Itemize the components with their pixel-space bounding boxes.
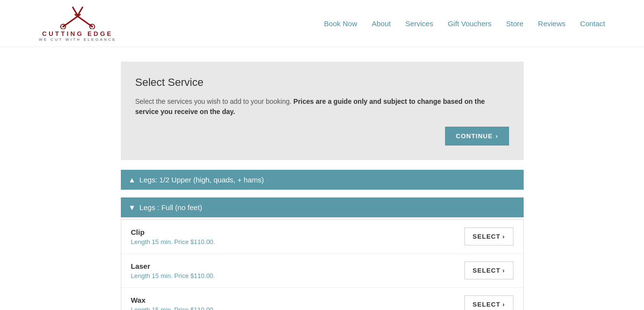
main-nav: Book Now About Services Gift Vouchers St…: [324, 19, 605, 28]
section-legs-full-header[interactable]: ▼ Legs : Full (no feet): [121, 197, 524, 217]
select-button-clip[interactable]: SELECT ›: [464, 228, 513, 245]
service-item-wax: Wax Length 15 min. Price $110.00. SELECT…: [121, 288, 523, 310]
service-detail-laser: Length 15 min. Price $110.00.: [131, 272, 215, 279]
nav-about[interactable]: About: [372, 19, 391, 28]
service-name-laser: Laser: [131, 262, 215, 270]
continue-btn-row: CONTINUE ›: [135, 127, 509, 146]
select-label-clip: SELECT: [473, 233, 500, 240]
nav-reviews[interactable]: Reviews: [538, 19, 566, 28]
service-info-clip: Clip Length 15 min. Price $110.00.: [131, 228, 215, 245]
service-name-clip: Clip: [131, 228, 215, 236]
continue-label: CONTINUE: [456, 132, 493, 140]
service-item-clip: Clip Length 15 min. Price $110.00. SELEC…: [121, 220, 523, 254]
select-button-wax[interactable]: SELECT ›: [464, 295, 513, 310]
nav-gift-vouchers[interactable]: Gift Vouchers: [448, 19, 492, 28]
site-header: CUTTING EDGE WE CUT WITH ELEGANCE Book N…: [0, 0, 644, 47]
nav-contact[interactable]: Contact: [580, 19, 605, 28]
select-arrow-laser-icon: ›: [502, 267, 505, 274]
section-legs-upper-header[interactable]: ▲ Legs: 1/2 Upper (high, quads, + hams): [121, 170, 524, 190]
select-service-description: Select the services you wish to add to y…: [135, 97, 509, 117]
section-legs-full-label: Legs : Full (no feet): [139, 203, 202, 212]
logo-sub-text: WE CUT WITH ELEGANCE: [39, 37, 116, 42]
logo-main-text: CUTTING EDGE: [42, 30, 113, 37]
service-name-wax: Wax: [131, 296, 215, 304]
service-info-wax: Wax Length 15 min. Price $110.00.: [131, 296, 215, 310]
select-service-box: Select Service Select the services you w…: [121, 62, 524, 160]
select-arrow-clip-icon: ›: [502, 233, 505, 240]
nav-services[interactable]: Services: [405, 19, 433, 28]
service-detail-clip: Length 15 min. Price $110.00.: [131, 238, 215, 245]
select-arrow-wax-icon: ›: [502, 301, 505, 308]
section-legs-upper-label: Legs: 1/2 Upper (high, quads, + hams): [139, 176, 264, 184]
select-service-title: Select Service: [135, 76, 509, 89]
continue-arrow-icon: ›: [495, 132, 498, 140]
continue-button[interactable]: CONTINUE ›: [445, 127, 509, 146]
nav-store[interactable]: Store: [506, 19, 524, 28]
legs-full-services-list: Clip Length 15 min. Price $110.00. SELEC…: [121, 219, 524, 310]
main-content: Select Service Select the services you w…: [111, 62, 533, 310]
select-label-laser: SELECT: [473, 267, 500, 274]
select-label-wax: SELECT: [473, 301, 500, 308]
select-button-laser[interactable]: SELECT ›: [464, 261, 513, 279]
description-normal: Select the services you wish to add to y…: [135, 98, 294, 105]
nav-book-now[interactable]: Book Now: [324, 19, 357, 28]
logo-scissors-icon: [58, 5, 97, 29]
service-item-laser: Laser Length 15 min. Price $110.00. SELE…: [121, 254, 523, 288]
service-detail-wax: Length 15 min. Price $110.00.: [131, 306, 215, 310]
service-info-laser: Laser Length 15 min. Price $110.00.: [131, 262, 215, 279]
chevron-up-icon: ▲: [129, 176, 136, 184]
logo: CUTTING EDGE WE CUT WITH ELEGANCE: [39, 5, 116, 42]
chevron-down-icon: ▼: [129, 203, 136, 212]
